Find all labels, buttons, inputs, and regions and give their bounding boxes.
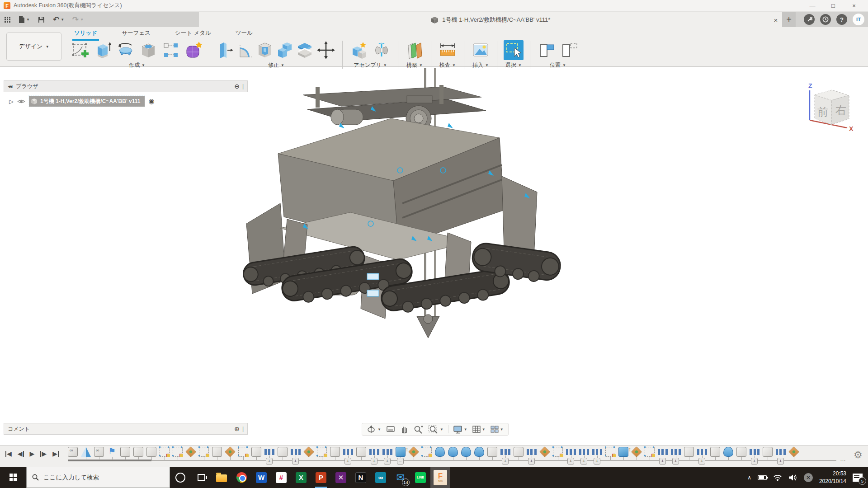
- timeline-feature-revolve[interactable]: [723, 447, 733, 460]
- timeline-feature-pattern[interactable]: +: [697, 447, 707, 460]
- play-button[interactable]: ▶: [30, 450, 35, 457]
- group-label-inspect[interactable]: 検査▼: [439, 61, 456, 69]
- timeline-feature-revolve[interactable]: [461, 447, 471, 460]
- display-settings-icon[interactable]: ▼: [453, 425, 467, 434]
- timeline-feature-cube[interactable]: [514, 447, 524, 460]
- wifi-icon[interactable]: [773, 474, 782, 481]
- tab-solid[interactable]: ソリッド: [72, 28, 99, 41]
- timeline-group-badge[interactable]: +: [292, 458, 299, 465]
- root-component-chip[interactable]: 1号機 1-H,Ver2/救助機構/C~AA'BB' v111: [29, 96, 145, 107]
- cortana-button[interactable]: [170, 467, 191, 488]
- timeline-feature-extrude[interactable]: −: [396, 447, 406, 460]
- status-x-icon[interactable]: ✕: [804, 473, 813, 482]
- timeline-feature-pattern[interactable]: +: [750, 447, 760, 460]
- timeline-feature-cube[interactable]: [487, 447, 497, 460]
- save-button[interactable]: [38, 16, 45, 23]
- group-label-position[interactable]: 位置▼: [550, 61, 566, 69]
- zoom-icon[interactable]: [414, 425, 424, 434]
- timeline-feature-mirror[interactable]: [81, 447, 91, 460]
- timeline-group-badge[interactable]: +: [594, 458, 600, 465]
- timeline-feature-flag[interactable]: [107, 447, 117, 460]
- task-view-button[interactable]: [191, 467, 212, 488]
- go-to-end-button[interactable]: ▶: [52, 450, 59, 457]
- expand-arrow-icon[interactable]: ▷: [9, 98, 14, 105]
- taskbar-app-visual-studio[interactable]: ✕: [331, 467, 351, 488]
- comments-bar[interactable]: コメント ⊕ |: [4, 423, 248, 435]
- timeline-feature-plane[interactable]: [225, 447, 235, 460]
- timeline-feature-pattern[interactable]: +: [343, 447, 353, 460]
- timeline-feature-plane[interactable]: [186, 447, 196, 460]
- tab-surface[interactable]: サーフェス: [120, 28, 152, 41]
- timeline-feature-revolve[interactable]: [474, 447, 484, 460]
- create-form-button[interactable]: [184, 40, 203, 60]
- group-label-construct[interactable]: 構築▼: [406, 61, 423, 69]
- extension-clock-icon[interactable]: [820, 14, 831, 25]
- taskbar-app-fusion-360[interactable]: F360: [430, 467, 450, 488]
- timeline-feature-sketch[interactable]: [160, 447, 170, 460]
- timeline-feature-cube[interactable]: [251, 447, 261, 460]
- timeline-group-badge[interactable]: +: [751, 458, 758, 465]
- press-pull-button[interactable]: [217, 40, 234, 60]
- timeline-feature-sketch[interactable]: [238, 447, 248, 460]
- hole-button[interactable]: [138, 40, 158, 60]
- timeline-feature-plane[interactable]: [540, 447, 550, 460]
- timeline-group-badge[interactable]: +: [384, 458, 391, 465]
- panel-handle[interactable]: |: [242, 83, 244, 89]
- timeline-feature-cube[interactable]: [146, 447, 156, 460]
- redo-button[interactable]: ↷▼: [72, 16, 84, 23]
- timeline-feature-cube[interactable]: [120, 447, 130, 460]
- shell-button[interactable]: [256, 40, 274, 60]
- timeline-feature-pattern[interactable]: +: [579, 447, 589, 460]
- viewport-canvas[interactable]: ◀◀ ブラウザ ⊖ | ▷ 1号機 1-H,Ver2/救助機構/C~AA'BB'…: [0, 67, 868, 445]
- timeline-group-badge[interactable]: +: [777, 458, 784, 465]
- tab-tools[interactable]: ツール: [234, 28, 255, 41]
- timeline-feature-pattern[interactable]: +: [291, 447, 301, 460]
- taskbar-app-word[interactable]: W: [251, 467, 271, 488]
- visibility-eye-icon[interactable]: [17, 99, 25, 104]
- maximize-button[interactable]: □: [823, 0, 844, 11]
- timeline-feature-sketch[interactable]: [422, 447, 432, 460]
- undo-button[interactable]: ↶▼: [53, 16, 64, 23]
- view-cube[interactable]: Z X 前 右: [798, 80, 857, 135]
- new-tab-button[interactable]: +: [782, 12, 796, 27]
- document-tab[interactable]: 1号機 1-H,Ver2/救助機構/C~AA'BB' v111* ×: [199, 12, 782, 27]
- timeline-group-badge[interactable]: +: [698, 458, 705, 465]
- timeline-group-badge[interactable]: +: [344, 458, 351, 465]
- taskbar-app-notion[interactable]: N: [351, 467, 371, 488]
- timeline-feature-cube[interactable]: [133, 447, 143, 460]
- timeline-feature-pattern[interactable]: +: [500, 447, 510, 460]
- fillet-button[interactable]: [236, 40, 254, 60]
- taskbar-app-file-explorer[interactable]: [212, 467, 231, 488]
- timeline-feature-sketch[interactable]: [173, 447, 183, 460]
- file-menu-button[interactable]: ▼: [19, 16, 30, 23]
- grid-settings-icon[interactable]: ▼: [472, 425, 486, 433]
- taskbar-app-chrome[interactable]: [231, 467, 251, 488]
- browser-header[interactable]: ◀◀ ブラウザ ⊖ |: [4, 80, 248, 92]
- help-icon[interactable]: ?: [836, 14, 847, 25]
- taskbar-search-input[interactable]: ここに入力して検索: [26, 467, 170, 488]
- timeline-feature-pattern[interactable]: +: [566, 447, 576, 460]
- timeline-feature-pattern[interactable]: +: [527, 447, 537, 460]
- revolve-button[interactable]: [116, 40, 136, 60]
- timeline-feature-revolve[interactable]: [435, 447, 445, 460]
- tab-close-icon[interactable]: ×: [774, 16, 778, 24]
- user-avatar[interactable]: IT: [853, 14, 864, 25]
- timeline-feature-group[interactable]: [68, 447, 78, 460]
- look-at-icon[interactable]: [386, 425, 396, 433]
- taskbar-app-mail[interactable]: ✉14: [391, 467, 410, 488]
- timeline-feature-pattern[interactable]: +: [658, 447, 668, 460]
- group-label-select[interactable]: 選択▼: [505, 61, 522, 69]
- create-sketch-button[interactable]: [71, 40, 90, 60]
- collapse-panel-icon[interactable]: ◀◀: [8, 84, 11, 89]
- timeline-feature-plane[interactable]: [789, 447, 799, 460]
- start-button[interactable]: [0, 467, 26, 488]
- timeline-feature-pattern[interactable]: +: [592, 447, 602, 460]
- timeline-feature-sketch[interactable]: [317, 447, 327, 460]
- timeline-feature-group[interactable]: [94, 447, 104, 460]
- extrude-button[interactable]: [93, 40, 113, 60]
- split-body-button[interactable]: [296, 40, 313, 60]
- joint-button[interactable]: [372, 40, 392, 60]
- step-forward-button[interactable]: ▶: [40, 450, 47, 457]
- add-comment-icon[interactable]: ⊕: [234, 425, 240, 432]
- group-label-assemble[interactable]: アセンブリ▼: [354, 61, 387, 69]
